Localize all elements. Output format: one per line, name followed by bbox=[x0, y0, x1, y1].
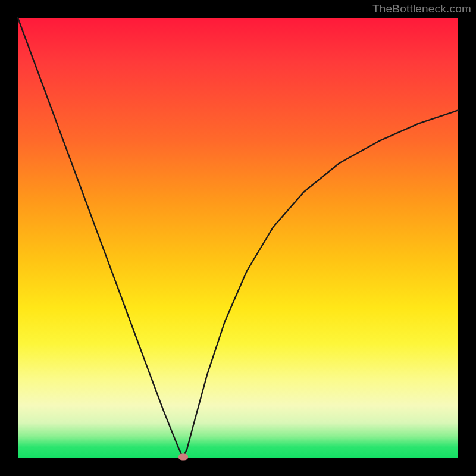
bottleneck-curve bbox=[18, 18, 458, 458]
chart-frame: TheBottleneck.com bbox=[0, 0, 476, 476]
watermark-text: TheBottleneck.com bbox=[372, 2, 471, 15]
plot-area bbox=[18, 18, 458, 458]
optimal-point-marker bbox=[178, 453, 188, 460]
